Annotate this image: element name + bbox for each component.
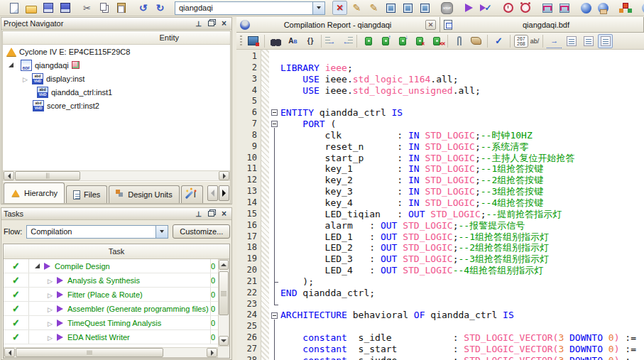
match-brace-icon[interactable] [302, 34, 317, 48]
task-row-compile-design[interactable]: ✓ Compile Design 0 [4, 259, 229, 273]
customize-button[interactable]: Customize... [173, 224, 230, 239]
chip-planner-icon[interactable] [400, 1, 415, 15]
tab-hierarchy[interactable]: Hierarchy [4, 182, 65, 203]
scroll-up-icon[interactable] [219, 260, 229, 270]
task-column-header[interactable]: Task [4, 244, 229, 259]
expand-arrow-icon[interactable] [48, 305, 53, 313]
top-entity-row[interactable]: BDF qiangdaqi [3, 58, 230, 72]
tab-files[interactable]: Files [66, 185, 107, 203]
device-row[interactable]: Cyclone IV E: EP4CE115F29C8 [3, 45, 230, 58]
fold-collapse-icon[interactable] [271, 312, 278, 319]
scroll-right-icon[interactable] [207, 348, 217, 357]
attachment-icon[interactable] [452, 34, 466, 48]
hierarchy-viewer-icon[interactable] [618, 1, 633, 15]
bookmark-margin[interactable] [261, 50, 269, 360]
tab-bdf-file[interactable]: qiangdaqi.bdf [440, 17, 644, 32]
collapse-arrow-icon[interactable] [35, 263, 40, 268]
task-row-fitter[interactable]: ✓ Fitter (Place & Route) 0 [4, 288, 229, 302]
rtl-viewer-icon[interactable] [540, 1, 555, 15]
scroll-left-icon[interactable] [4, 171, 14, 180]
timequest-icon[interactable] [501, 1, 515, 15]
run-task-icon[interactable] [57, 305, 63, 312]
timing-analyzer-icon[interactable] [518, 1, 533, 15]
entity-column-header[interactable]: Entity [3, 31, 230, 45]
pin-planner-icon[interactable] [383, 1, 398, 15]
project-combo[interactable]: qiangdaqi [175, 1, 325, 15]
scroll-right-icon[interactable] [219, 171, 229, 180]
scrollbar-thumb[interactable] [16, 348, 163, 357]
design-partitions-icon[interactable] [417, 1, 432, 15]
view-list-icon-3[interactable] [598, 34, 613, 48]
expand-arrow-icon[interactable] [48, 333, 53, 342]
stop-processing-icon[interactable]: STOP [440, 1, 454, 15]
assignment-editor-icon[interactable] [349, 1, 364, 15]
scroll-left-icon[interactable] [4, 348, 15, 357]
toolbar-grip[interactable] [240, 36, 242, 47]
programmer-icon[interactable] [596, 1, 611, 15]
goto-icon[interactable] [547, 34, 562, 48]
pin-icon[interactable] [193, 209, 204, 219]
task-row-eda-netlist[interactable]: ✓ EDA Netlist Writer 0 [4, 330, 229, 344]
run-task-icon[interactable] [57, 320, 63, 327]
tab-ip-components[interactable]: I [181, 185, 203, 203]
restore-icon[interactable] [206, 19, 217, 28]
start-compilation-icon[interactable] [462, 1, 476, 15]
scrollbar-thumb[interactable] [15, 171, 80, 180]
redo-icon[interactable] [153, 1, 168, 15]
v-scrollbar[interactable] [218, 259, 229, 347]
code-editor[interactable]: 1234567891011121314151617181920212223242… [236, 50, 644, 360]
fold-margin[interactable] [269, 50, 280, 360]
instance-row-score-crtl[interactable]: abdVHD score_crtl:inst2 [3, 99, 230, 112]
syntax-check-icon[interactable] [491, 34, 506, 48]
settings-icon[interactable] [332, 1, 347, 15]
run-task-icon[interactable] [44, 263, 50, 270]
open-file-icon[interactable] [23, 1, 38, 15]
save-project-icon[interactable] [58, 1, 72, 15]
chevron-down-icon[interactable] [155, 226, 168, 238]
bookmark-remove-all-icon[interactable] [429, 34, 444, 48]
task-row-timequest[interactable]: ✓ TimeQuest Timing Analysis 0 [4, 316, 229, 330]
tab-scroll-left-icon[interactable] [207, 185, 218, 201]
scrollbar-thumb[interactable] [219, 271, 229, 315]
expand-arrow-icon[interactable] [48, 290, 53, 299]
run-task-icon[interactable] [57, 291, 63, 298]
chevron-down-icon[interactable] [312, 2, 324, 14]
comment-tool-icon[interactable]: ab/ [530, 34, 540, 48]
fold-collapse-icon[interactable] [271, 121, 278, 127]
view-list-icon-2[interactable] [581, 34, 596, 48]
bookmark-next-icon[interactable] [378, 34, 393, 48]
flow-select[interactable]: Compilation [26, 225, 168, 239]
expand-arrow-icon[interactable] [48, 276, 53, 285]
code-lines[interactable]: LIBRARY ieee; USE ieee.std_logic_1164.al… [280, 50, 644, 360]
indent-icon[interactable] [325, 34, 338, 48]
help-icon[interactable] [640, 1, 644, 15]
tab-design-units[interactable]: Design Units [109, 185, 179, 203]
close-icon[interactable] [219, 209, 229, 219]
undo-icon[interactable] [136, 1, 151, 15]
expand-arrow-icon[interactable] [23, 75, 28, 83]
expand-arrow-icon[interactable] [48, 319, 53, 327]
close-tab-icon[interactable] [425, 20, 436, 30]
bookmark-previous-icon[interactable] [395, 34, 410, 48]
compiler-tool-icon[interactable] [579, 1, 594, 15]
templates-icon[interactable] [469, 34, 484, 48]
copy-icon[interactable] [97, 1, 111, 15]
line-count-indicator[interactable]: 267 268 [514, 35, 528, 48]
new-file-icon[interactable] [6, 1, 21, 15]
tab-compilation-report[interactable]: Compilation Report - qiangdaqi [236, 17, 440, 32]
start-analysis-icon[interactable] [479, 1, 493, 15]
cut-icon[interactable] [80, 1, 94, 15]
pin-icon[interactable] [193, 19, 204, 28]
scroll-down-icon[interactable] [219, 336, 229, 346]
outdent-icon[interactable] [340, 34, 353, 48]
view-list-icon-1[interactable] [564, 34, 579, 48]
instance-row-qiandda-ctrl[interactable]: abdVHD qiandda_ctrl:inst1 [3, 85, 230, 99]
h-scrollbar[interactable] [4, 347, 218, 358]
replace-icon[interactable]: AB [285, 34, 300, 48]
tab-scroll-right-icon[interactable] [219, 185, 229, 201]
document-settings-icon[interactable] [246, 34, 261, 48]
pin-assignment-icon[interactable] [366, 1, 381, 15]
save-icon[interactable] [40, 1, 55, 15]
h-scrollbar[interactable] [3, 170, 230, 181]
instance-row-display[interactable]: abdVHD display:inst [3, 72, 230, 85]
